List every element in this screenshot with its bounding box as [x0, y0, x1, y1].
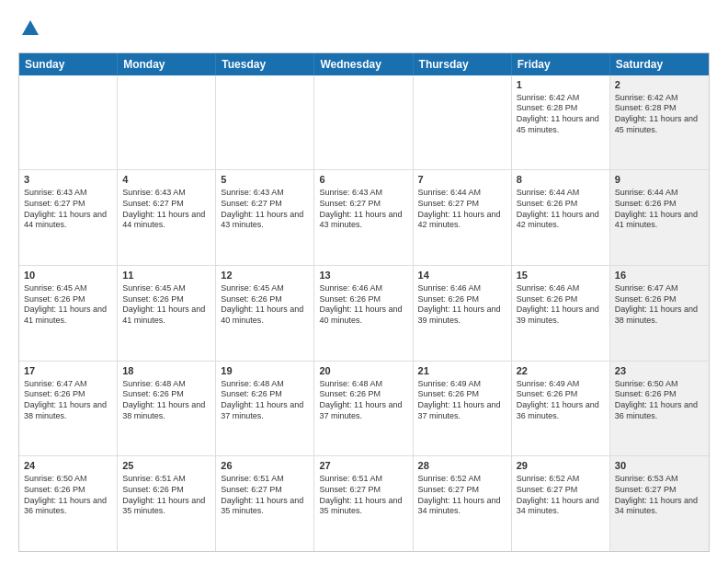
- day-cell-26: 26Sunrise: 6:51 AMSunset: 6:27 PMDayligh…: [216, 456, 314, 551]
- header-day-friday: Friday: [512, 53, 610, 75]
- logo-icon: [20, 18, 40, 39]
- cell-info: Sunset: 6:27 PM: [418, 199, 506, 210]
- cell-info: Daylight: 11 hours and 35 minutes.: [122, 496, 210, 517]
- cell-info: Sunrise: 6:46 AM: [418, 283, 506, 294]
- cell-info: Sunset: 6:28 PM: [615, 103, 704, 114]
- day-cell-16: 16Sunrise: 6:47 AMSunset: 6:26 PMDayligh…: [610, 266, 709, 361]
- day-cell-9: 9Sunrise: 6:44 AMSunset: 6:26 PMDaylight…: [610, 170, 709, 265]
- cell-info: Sunrise: 6:44 AM: [418, 188, 506, 199]
- cell-info: Daylight: 11 hours and 36 minutes.: [517, 400, 605, 421]
- cell-info: Sunset: 6:26 PM: [122, 389, 210, 400]
- day-cell-10: 10Sunrise: 6:45 AMSunset: 6:26 PMDayligh…: [19, 266, 118, 361]
- day-cell-23: 23Sunrise: 6:50 AMSunset: 6:26 PMDayligh…: [610, 362, 709, 456]
- day-number: 5: [221, 173, 309, 187]
- cell-info: Sunset: 6:28 PM: [517, 103, 605, 114]
- day-number: 26: [221, 459, 309, 473]
- cell-info: Sunset: 6:26 PM: [418, 294, 506, 305]
- cell-info: Sunset: 6:27 PM: [517, 485, 605, 496]
- cell-info: Daylight: 11 hours and 40 minutes.: [221, 304, 309, 326]
- cell-info: Sunrise: 6:45 AM: [122, 283, 210, 294]
- day-number: 15: [517, 269, 605, 282]
- day-number: 22: [517, 364, 605, 378]
- day-number: 3: [24, 173, 112, 187]
- day-cell-29: 29Sunrise: 6:52 AMSunset: 6:27 PMDayligh…: [512, 456, 610, 551]
- day-number: 2: [615, 78, 704, 92]
- cell-info: Sunrise: 6:52 AM: [517, 474, 605, 485]
- header-day-saturday: Saturday: [610, 53, 709, 75]
- cell-info: Sunset: 6:26 PM: [418, 389, 506, 400]
- cell-info: Sunset: 6:27 PM: [221, 199, 309, 210]
- day-number: 30: [615, 459, 704, 473]
- header-day-tuesday: Tuesday: [216, 53, 314, 75]
- cell-info: Sunrise: 6:43 AM: [319, 188, 407, 199]
- cell-info: Sunrise: 6:47 AM: [615, 283, 704, 294]
- day-number: 17: [24, 364, 112, 378]
- calendar-header: SundayMondayTuesdayWednesdayThursdayFrid…: [19, 53, 709, 75]
- cell-info: Sunset: 6:26 PM: [615, 294, 704, 305]
- cell-info: Sunset: 6:27 PM: [418, 485, 506, 496]
- day-number: 21: [418, 364, 506, 378]
- empty-cell-0-4: [414, 75, 512, 170]
- svg-marker-0: [22, 20, 39, 35]
- cell-info: Sunset: 6:26 PM: [615, 389, 704, 400]
- cell-info: Daylight: 11 hours and 39 minutes.: [418, 304, 506, 326]
- cell-info: Daylight: 11 hours and 36 minutes.: [615, 400, 704, 421]
- cell-info: Daylight: 11 hours and 40 minutes.: [319, 304, 407, 326]
- week-row-4: 17Sunrise: 6:47 AMSunset: 6:26 PMDayligh…: [19, 362, 709, 457]
- cell-info: Sunset: 6:26 PM: [517, 389, 605, 400]
- cell-info: Sunrise: 6:43 AM: [122, 188, 210, 199]
- cell-info: Sunrise: 6:48 AM: [221, 379, 309, 390]
- cell-info: Daylight: 11 hours and 35 minutes.: [319, 496, 407, 517]
- cell-info: Sunset: 6:26 PM: [517, 294, 605, 305]
- day-number: 28: [418, 459, 506, 473]
- cell-info: Daylight: 11 hours and 34 minutes.: [615, 496, 704, 517]
- cell-info: Daylight: 11 hours and 37 minutes.: [418, 400, 506, 421]
- logo: [18, 18, 40, 43]
- day-number: 8: [517, 173, 605, 187]
- cell-info: Sunset: 6:27 PM: [24, 199, 112, 210]
- cell-info: Sunset: 6:26 PM: [319, 389, 407, 400]
- day-number: 16: [615, 269, 704, 282]
- cell-info: Sunrise: 6:51 AM: [221, 474, 309, 485]
- cell-info: Daylight: 11 hours and 45 minutes.: [517, 114, 605, 135]
- cell-info: Daylight: 11 hours and 37 minutes.: [221, 400, 309, 421]
- cell-info: Sunrise: 6:53 AM: [615, 474, 704, 485]
- day-cell-24: 24Sunrise: 6:50 AMSunset: 6:26 PMDayligh…: [19, 456, 118, 551]
- cell-info: Sunrise: 6:48 AM: [319, 379, 407, 390]
- day-number: 4: [122, 173, 210, 187]
- day-cell-8: 8Sunrise: 6:44 AMSunset: 6:26 PMDaylight…: [512, 170, 610, 265]
- cell-info: Daylight: 11 hours and 42 minutes.: [517, 210, 605, 231]
- cell-info: Sunset: 6:27 PM: [122, 199, 210, 210]
- day-number: 11: [122, 269, 210, 282]
- cell-info: Sunset: 6:26 PM: [24, 294, 112, 305]
- cell-info: Sunrise: 6:44 AM: [615, 188, 704, 199]
- cell-info: Daylight: 11 hours and 42 minutes.: [418, 210, 506, 231]
- day-cell-15: 15Sunrise: 6:46 AMSunset: 6:26 PMDayligh…: [512, 266, 610, 361]
- empty-cell-0-2: [216, 75, 314, 170]
- cell-info: Sunrise: 6:42 AM: [517, 93, 605, 104]
- cell-info: Sunrise: 6:47 AM: [24, 379, 112, 390]
- day-cell-5: 5Sunrise: 6:43 AMSunset: 6:27 PMDaylight…: [216, 170, 314, 265]
- cell-info: Sunrise: 6:49 AM: [418, 379, 506, 390]
- day-number: 20: [319, 364, 407, 378]
- cell-info: Sunset: 6:26 PM: [517, 199, 605, 210]
- cell-info: Daylight: 11 hours and 41 minutes.: [24, 304, 112, 326]
- header-day-monday: Monday: [118, 53, 216, 75]
- day-cell-3: 3Sunrise: 6:43 AMSunset: 6:27 PMDaylight…: [19, 170, 118, 265]
- day-number: 23: [615, 364, 704, 378]
- cell-info: Daylight: 11 hours and 35 minutes.: [221, 496, 309, 517]
- cell-info: Daylight: 11 hours and 41 minutes.: [615, 210, 704, 231]
- cell-info: Daylight: 11 hours and 36 minutes.: [24, 496, 112, 517]
- empty-cell-0-3: [314, 75, 413, 170]
- day-number: 13: [319, 269, 407, 282]
- day-cell-30: 30Sunrise: 6:53 AMSunset: 6:27 PMDayligh…: [610, 456, 709, 551]
- day-number: 19: [221, 364, 309, 378]
- day-cell-18: 18Sunrise: 6:48 AMSunset: 6:26 PMDayligh…: [118, 362, 216, 456]
- cell-info: Sunrise: 6:43 AM: [24, 188, 112, 199]
- day-number: 10: [24, 269, 112, 282]
- cell-info: Daylight: 11 hours and 38 minutes.: [122, 400, 210, 421]
- page: SundayMondayTuesdayWednesdayThursdayFrid…: [0, 0, 728, 563]
- cell-info: Sunrise: 6:51 AM: [122, 474, 210, 485]
- day-number: 25: [122, 459, 210, 473]
- calendar-body: 1Sunrise: 6:42 AMSunset: 6:28 PMDaylight…: [19, 75, 709, 551]
